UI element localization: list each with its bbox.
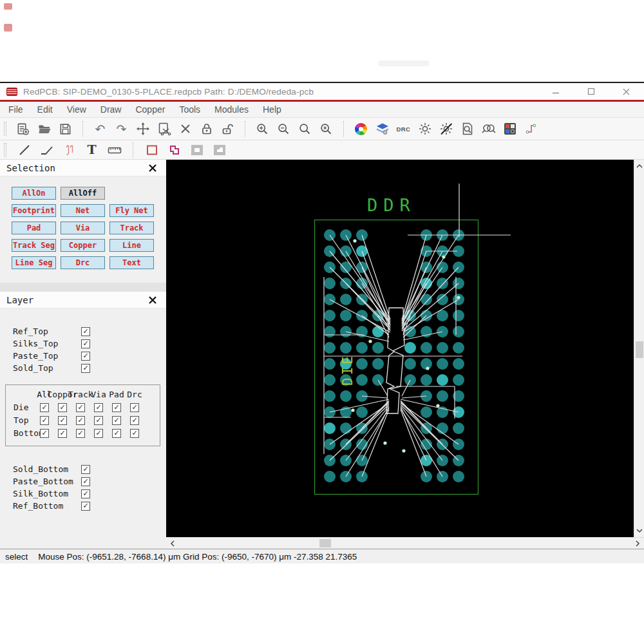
matrix-checkbox-die-track[interactable]: ✓ bbox=[76, 403, 85, 412]
selection-filter-net[interactable]: Net bbox=[61, 204, 105, 217]
matrix-checkbox-die-coppor[interactable]: ✓ bbox=[58, 403, 67, 412]
matrix-checkbox-top-all[interactable]: ✓ bbox=[40, 416, 49, 425]
rect-filled-button[interactable] bbox=[188, 142, 205, 158]
pad[interactable] bbox=[437, 374, 448, 386]
matrix-checkbox-die-drc[interactable]: ✓ bbox=[130, 403, 139, 412]
pad[interactable] bbox=[356, 342, 368, 354]
selection-filter-track-seg[interactable]: Track Seg bbox=[12, 239, 56, 252]
matrix-checkbox-top-drc[interactable]: ✓ bbox=[130, 416, 139, 425]
pad[interactable] bbox=[421, 406, 432, 418]
line-button[interactable] bbox=[15, 142, 33, 158]
pad[interactable] bbox=[324, 278, 336, 289]
scroll-left-icon[interactable] bbox=[168, 539, 177, 548]
minimize-button[interactable] bbox=[538, 83, 573, 100]
vertical-scrollbar[interactable] bbox=[634, 160, 644, 537]
pad[interactable] bbox=[437, 294, 448, 305]
pad[interactable] bbox=[372, 358, 384, 370]
layer-panel-close-icon[interactable] bbox=[148, 296, 157, 305]
save-button[interactable] bbox=[57, 120, 74, 138]
matrix-checkbox-die-via[interactable]: ✓ bbox=[94, 403, 103, 412]
pad[interactable] bbox=[437, 358, 448, 370]
selection-filter-fly-net[interactable]: Fly Net bbox=[109, 204, 154, 217]
pad[interactable] bbox=[404, 358, 416, 370]
pad[interactable] bbox=[324, 358, 336, 370]
pad[interactable] bbox=[421, 342, 432, 354]
layer-checkbox-sold_bottom[interactable]: ✓ bbox=[81, 465, 90, 474]
matrix-checkbox-die-pad[interactable]: ✓ bbox=[112, 403, 121, 412]
pad[interactable] bbox=[324, 342, 336, 354]
lock-button[interactable] bbox=[198, 120, 215, 138]
selection-filter-line[interactable]: Line bbox=[109, 239, 154, 252]
polygon-filled-button[interactable] bbox=[211, 142, 228, 158]
pad[interactable] bbox=[437, 422, 448, 434]
pad[interactable] bbox=[340, 261, 352, 273]
pad[interactable] bbox=[356, 358, 368, 370]
find-net-button[interactable] bbox=[480, 120, 497, 138]
selection-filter-copper[interactable]: Copper bbox=[61, 239, 105, 252]
move-button[interactable] bbox=[134, 120, 151, 138]
doc-new-button[interactable] bbox=[14, 120, 32, 138]
layer-checkbox-paste_bottom[interactable]: ✓ bbox=[81, 477, 90, 486]
layer-checkbox-silk_bottom[interactable]: ✓ bbox=[81, 489, 90, 498]
folder-open-button[interactable] bbox=[35, 120, 53, 138]
pad[interactable] bbox=[421, 374, 432, 386]
pcb-canvas[interactable]: DDRDIE bbox=[166, 160, 634, 537]
selection-filter-text[interactable]: Text bbox=[109, 256, 154, 269]
matrix-checkbox-bottom-coppor[interactable]: ✓ bbox=[58, 429, 67, 438]
pad[interactable] bbox=[340, 342, 352, 354]
pad[interactable] bbox=[453, 471, 464, 482]
pad[interactable] bbox=[340, 422, 352, 434]
pad[interactable] bbox=[453, 310, 464, 321]
layer-checkbox-silks_top[interactable]: ✓ bbox=[81, 339, 90, 348]
pad[interactable] bbox=[324, 471, 336, 482]
menu-copper[interactable]: Copper bbox=[128, 104, 172, 115]
menu-help[interactable]: Help bbox=[256, 104, 289, 115]
zoom-in-button[interactable] bbox=[254, 120, 271, 138]
pad[interactable] bbox=[453, 422, 464, 434]
highlight-off-button[interactable] bbox=[437, 120, 455, 138]
pad[interactable] bbox=[324, 326, 336, 337]
highlight-on-button[interactable] bbox=[416, 120, 433, 138]
rect-outline-button[interactable] bbox=[143, 142, 160, 158]
layer-checkbox-ref_top[interactable]: ✓ bbox=[81, 327, 90, 336]
pad[interactable] bbox=[340, 310, 352, 321]
selection-filter-allon[interactable]: AllOn bbox=[12, 187, 56, 200]
unlock-button[interactable] bbox=[219, 120, 236, 138]
polygon-outline-button[interactable] bbox=[166, 142, 183, 158]
pad[interactable] bbox=[453, 358, 464, 370]
menu-file[interactable]: File bbox=[1, 104, 30, 115]
pad[interactable] bbox=[324, 390, 336, 402]
matrix-checkbox-top-via[interactable]: ✓ bbox=[94, 416, 103, 425]
zoom-doc-button[interactable] bbox=[459, 120, 476, 138]
menu-edit[interactable]: Edit bbox=[30, 104, 60, 115]
matrix-checkbox-bottom-pad[interactable]: ✓ bbox=[112, 429, 121, 438]
modules-button[interactable] bbox=[501, 120, 518, 138]
zoom-out-button[interactable] bbox=[275, 120, 292, 138]
redo-button[interactable]: ↷ bbox=[113, 120, 130, 138]
layer-checkbox-sold_top[interactable]: ✓ bbox=[81, 364, 90, 373]
pad[interactable] bbox=[453, 342, 464, 354]
pad[interactable] bbox=[324, 310, 336, 321]
selection-filter-drc[interactable]: Drc bbox=[61, 256, 105, 269]
text-button[interactable]: T bbox=[83, 142, 100, 158]
selection-filter-track[interactable]: Track bbox=[109, 222, 154, 234]
undo-button[interactable]: ↶ bbox=[91, 120, 109, 138]
pad[interactable] bbox=[453, 326, 464, 337]
horizontal-scrollbar[interactable] bbox=[166, 537, 644, 549]
pad[interactable] bbox=[453, 374, 464, 386]
color-wheel-button[interactable] bbox=[352, 120, 370, 138]
layer-checkbox-paste_top[interactable]: ✓ bbox=[81, 352, 90, 361]
menu-view[interactable]: View bbox=[60, 104, 93, 115]
selection-filter-pad[interactable]: Pad bbox=[12, 222, 56, 234]
matrix-checkbox-top-pad[interactable]: ✓ bbox=[112, 416, 121, 425]
selection-filter-alloff[interactable]: AllOff bbox=[61, 187, 105, 200]
drc-button[interactable]: DRC bbox=[395, 120, 412, 138]
menu-draw[interactable]: Draw bbox=[93, 104, 129, 115]
selection-filter-footprint[interactable]: Footprint bbox=[12, 204, 56, 217]
maximize-button[interactable] bbox=[573, 83, 609, 100]
matrix-checkbox-die-all[interactable]: ✓ bbox=[40, 403, 49, 412]
matrix-checkbox-top-coppor[interactable]: ✓ bbox=[58, 416, 67, 425]
polyline-button[interactable] bbox=[38, 142, 55, 158]
pad[interactable] bbox=[324, 374, 336, 386]
ruler-button[interactable] bbox=[106, 142, 123, 158]
